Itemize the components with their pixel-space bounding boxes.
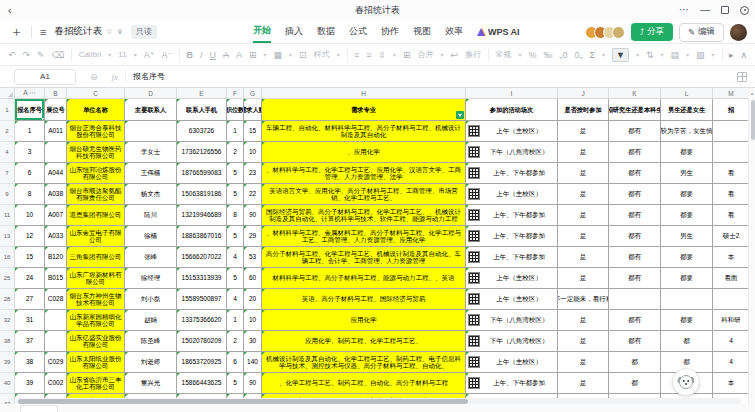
row-number[interactable]: 28 bbox=[0, 289, 15, 310]
cell-H11[interactable]: 国际经济与贸易、高分子材料与工程、化学工程与工艺、、机械设计制造及其自动化、计算… bbox=[262, 205, 466, 226]
cell-B4[interactable] bbox=[45, 142, 67, 163]
increase-decimal-icon[interactable]: 0„ bbox=[574, 50, 582, 60]
cell-I40[interactable]: 上午、下午都参加 bbox=[466, 373, 558, 394]
cell-I16[interactable]: 上午、下午都参加 bbox=[466, 247, 558, 268]
cell-J2[interactable]: 是 bbox=[558, 121, 609, 142]
name-box[interactable]: A1 bbox=[14, 69, 76, 85]
merge-cells-icon[interactable]: ⊞ bbox=[403, 50, 411, 60]
cell-H40[interactable]: 、化学工程与工艺、制药工程、自动化、高分子材料与工程 bbox=[262, 373, 466, 394]
cell-J16[interactable]: 是 bbox=[558, 247, 609, 268]
row-number[interactable]: 40 bbox=[0, 373, 15, 394]
insert-cells-icon[interactable]: ▤ bbox=[671, 50, 680, 60]
cell-M28[interactable] bbox=[713, 289, 750, 310]
cell-G16[interactable]: 53 bbox=[244, 247, 262, 268]
cell-C25[interactable]: 山东广垠新材料有限公司 bbox=[67, 268, 125, 289]
cell-I13[interactable]: 上午、下午都参加 bbox=[466, 226, 558, 247]
column-letter-A[interactable]: A ⋯ bbox=[15, 88, 45, 98]
bold-icon[interactable]: B bbox=[186, 50, 193, 60]
cell-A25[interactable]: 24 bbox=[15, 268, 45, 289]
cell-A40[interactable]: 39 bbox=[15, 373, 45, 394]
cell-D28[interactable]: 刘小磊 bbox=[125, 289, 177, 310]
cell-D11[interactable]: 陆川 bbox=[125, 205, 177, 226]
cell-M40[interactable]: 本 bbox=[713, 373, 750, 394]
cell-M16[interactable]: 本 bbox=[713, 247, 750, 268]
cell-I38[interactable]: 下午（八角湾校区） bbox=[466, 331, 558, 352]
cell-F16[interactable]: 4 bbox=[227, 247, 244, 268]
column-letter-H[interactable]: H bbox=[262, 88, 466, 98]
cell-F13[interactable]: 5 bbox=[227, 226, 244, 247]
column-letter-G[interactable]: G bbox=[244, 88, 262, 98]
row-number[interactable]: 7 bbox=[0, 163, 15, 184]
cell-C11[interactable]: 道恩集团有限公司 bbox=[67, 205, 125, 226]
autosum-icon[interactable]: Σ bbox=[589, 50, 595, 60]
chevron-down-icon[interactable]: ∨ bbox=[117, 27, 123, 36]
cell-B38[interactable] bbox=[45, 331, 67, 352]
close-icon[interactable] bbox=[740, 6, 749, 15]
cell-D4[interactable]: 李女士 bbox=[125, 142, 177, 163]
percent-icon[interactable]: % bbox=[528, 50, 536, 60]
menu-icon[interactable]: ≡ bbox=[40, 26, 46, 38]
cell-J11[interactable]: 是 bbox=[558, 205, 609, 226]
font-size-select[interactable]: 11 bbox=[118, 50, 126, 59]
cell-M9[interactable]: 看 bbox=[713, 184, 750, 205]
cell-F32[interactable]: 1 bbox=[227, 310, 244, 331]
filter-button-active[interactable]: ▼ bbox=[612, 48, 629, 62]
tab-home[interactable]: 开始 bbox=[253, 20, 271, 43]
cell-F9[interactable]: 5 bbox=[227, 184, 244, 205]
cell-style-icon[interactable]: ⊡ bbox=[299, 50, 307, 60]
cell-M38[interactable]: 4 bbox=[713, 331, 750, 352]
cell-J25[interactable]: 是 bbox=[558, 268, 609, 289]
wrap-text-icon[interactable]: ↩ bbox=[451, 50, 459, 60]
cell-M4[interactable] bbox=[713, 142, 750, 163]
cell-G25[interactable]: 60 bbox=[244, 268, 262, 289]
header-I1[interactable]: 参加的活动场次 bbox=[466, 99, 558, 121]
cell-M39[interactable]: 4 bbox=[713, 352, 750, 373]
vertical-scrollbar[interactable]: ▴ bbox=[748, 88, 755, 404]
cell-J38[interactable]: 是 bbox=[558, 331, 609, 352]
cell-B39[interactable]: C029 bbox=[45, 352, 67, 373]
align-left-icon[interactable]: ≡ bbox=[354, 50, 359, 60]
minimize-icon[interactable]: — bbox=[700, 5, 710, 15]
cell-F2[interactable]: 1 bbox=[227, 121, 244, 142]
cell-I2[interactable]: 上午（主校区） bbox=[466, 121, 558, 142]
cell-J39[interactable]: 是 bbox=[558, 352, 609, 373]
cell-L7[interactable]: 男生 bbox=[661, 163, 713, 184]
edit-button[interactable]: ✎编辑 bbox=[679, 23, 724, 42]
cell-G40[interactable]: 90 bbox=[244, 373, 262, 394]
cell-E25[interactable]: 15153313939 bbox=[177, 268, 227, 289]
header-A1[interactable]: 报名序号 bbox=[15, 99, 45, 121]
tab-view[interactable]: 视图 bbox=[413, 21, 431, 42]
cell-L11[interactable]: 都要 bbox=[661, 205, 713, 226]
row-number[interactable]: 9 bbox=[0, 184, 15, 205]
cell-E13[interactable]: 18863867016 bbox=[177, 226, 227, 247]
row-number[interactable]: 4 bbox=[0, 142, 15, 163]
cell-K4[interactable]: 都有 bbox=[609, 142, 661, 163]
cell-H2[interactable]: 车辆工程、自动化、材料科学与工程、高分子材料与工程、机械设计制造及其自动化 bbox=[262, 121, 466, 142]
decrease-font-icon[interactable]: A⁻ bbox=[161, 50, 172, 60]
cell-I11[interactable]: 上午、下午都参加 bbox=[466, 205, 558, 226]
vertical-align-icon[interactable]: ⇳ bbox=[378, 50, 386, 60]
cell-I25[interactable]: 上午（主校区） bbox=[466, 268, 558, 289]
cell-M2[interactable] bbox=[713, 121, 750, 142]
header-J1[interactable]: 是否按时参加 bbox=[558, 99, 609, 121]
increase-font-icon[interactable]: A⁺ bbox=[144, 50, 155, 60]
cell-H13[interactable]: 、材料科学与工程、金属材料工程、高分子材料与工程、化学工程与工艺、工商管理、人力… bbox=[262, 226, 466, 247]
new-tab-icon[interactable]: ＋ bbox=[10, 23, 23, 41]
align-center-icon[interactable]: ≡ bbox=[366, 50, 371, 60]
cell-E7[interactable]: 18766599083 bbox=[177, 163, 227, 184]
cell-A13[interactable]: 12 bbox=[15, 226, 45, 247]
header-L1[interactable]: 男生还是女生 bbox=[661, 99, 713, 121]
row-number[interactable]: 32 bbox=[0, 310, 15, 331]
cell-D2[interactable] bbox=[125, 121, 177, 142]
cell-L28[interactable] bbox=[661, 289, 713, 310]
column-letter-L[interactable]: L bbox=[661, 88, 713, 98]
cell-K25[interactable]: 都有 bbox=[609, 268, 661, 289]
cell-C4[interactable]: 烟台硕元生物医药科技有限公司 bbox=[67, 142, 125, 163]
cell-J7[interactable]: 是 bbox=[558, 163, 609, 184]
scroll-up-icon[interactable]: ▴ bbox=[749, 90, 755, 96]
cell-I4[interactable]: 下午（八角湾校区） bbox=[466, 142, 558, 163]
select-all-corner[interactable] bbox=[0, 88, 15, 98]
share-button[interactable]: ⤴分享 bbox=[631, 23, 673, 41]
column-letter-C[interactable]: C bbox=[67, 88, 125, 98]
cell-F39[interactable]: 6 bbox=[227, 352, 244, 373]
